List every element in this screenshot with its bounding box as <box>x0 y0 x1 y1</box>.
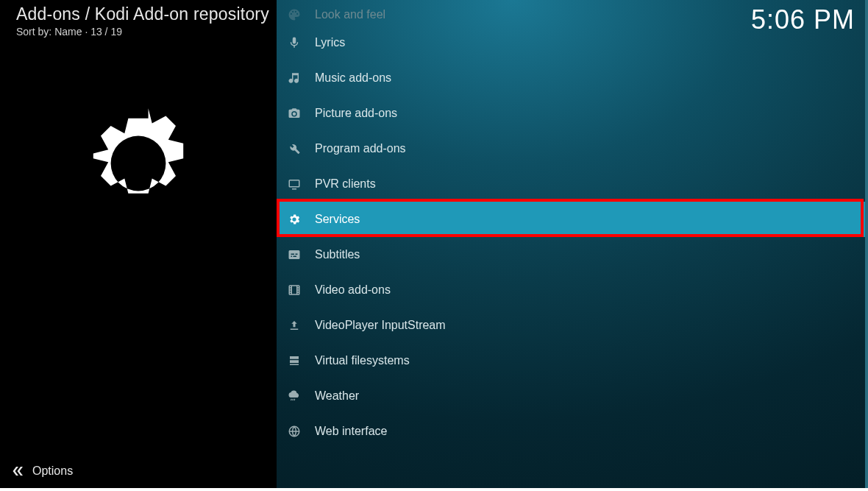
tv-icon <box>287 177 302 191</box>
options-icon <box>12 464 25 478</box>
list-item[interactable]: VideoPlayer InputStream <box>277 308 867 343</box>
item-counter: 13 / 19 <box>90 26 122 38</box>
upload-icon <box>287 318 302 333</box>
tools-icon <box>287 141 302 156</box>
options-label: Options <box>32 464 73 478</box>
main-panel: 5:06 PM Look and feelLyricsMusic add-ons… <box>277 0 868 488</box>
list-item-label: Lyrics <box>315 36 345 49</box>
list-item[interactable]: Weather <box>277 378 867 414</box>
disks-icon <box>287 353 302 368</box>
list-item[interactable]: Picture add-ons <box>277 96 867 131</box>
list-item-label: Program add-ons <box>315 142 406 155</box>
sidebar: Add-ons / Kodi Add-on repository Sort by… <box>0 0 277 488</box>
list-item[interactable]: Lyrics <box>277 25 867 60</box>
sort-label: Sort by: Name <box>16 26 82 38</box>
camera-icon <box>287 106 302 121</box>
list-item[interactable]: Services <box>277 202 867 237</box>
list-item[interactable]: Virtual filesystems <box>277 343 867 378</box>
microphone-icon <box>287 35 302 50</box>
options-button[interactable]: Options <box>12 464 73 478</box>
sort-sep: · <box>85 26 90 38</box>
list-item-label: Picture add-ons <box>315 107 397 120</box>
list-item[interactable]: Video add-ons <box>277 272 867 308</box>
list-item-label: VideoPlayer InputStream <box>315 319 446 332</box>
window-bottom-border <box>0 488 868 491</box>
list-item-label: Virtual filesystems <box>315 354 410 367</box>
list-item-label: Weather <box>315 389 359 403</box>
scrollbar[interactable] <box>865 0 868 488</box>
svg-rect-0 <box>289 180 299 187</box>
sort-line: Sort by: Name · 13 / 19 <box>0 24 277 38</box>
globe-icon <box>287 424 302 439</box>
list-item-label: Music add-ons <box>315 71 391 85</box>
music-note-icon <box>287 71 302 85</box>
list-item-label: PVR clients <box>315 177 376 191</box>
list-item[interactable]: Web interface <box>277 414 867 449</box>
list-item-label: Video add-ons <box>315 283 391 297</box>
weather-icon <box>287 389 302 403</box>
list-item-label: Services <box>315 213 360 226</box>
category-list[interactable]: Look and feelLyricsMusic add-onsPicture … <box>277 0 867 449</box>
list-item-label: Look and feel <box>315 8 385 21</box>
scrollbar-thumb[interactable] <box>865 0 868 488</box>
film-icon <box>287 283 302 297</box>
list-item[interactable]: Music add-ons <box>277 60 867 96</box>
list-item[interactable]: PVR clients <box>277 166 867 202</box>
list-item[interactable]: Program add-ons <box>277 131 867 166</box>
list-item-label: Web interface <box>315 425 387 438</box>
category-hero <box>0 38 277 488</box>
breadcrumb: Add-ons / Kodi Add-on repository <box>0 0 277 24</box>
list-item[interactable]: Look and feel <box>277 0 867 25</box>
list-item[interactable]: Subtitles <box>277 237 867 272</box>
list-item-label: Subtitles <box>315 248 360 261</box>
palette-icon <box>287 7 302 22</box>
gear-icon <box>287 212 302 227</box>
subtitles-icon <box>287 247 302 262</box>
gear-large-icon <box>76 101 201 226</box>
